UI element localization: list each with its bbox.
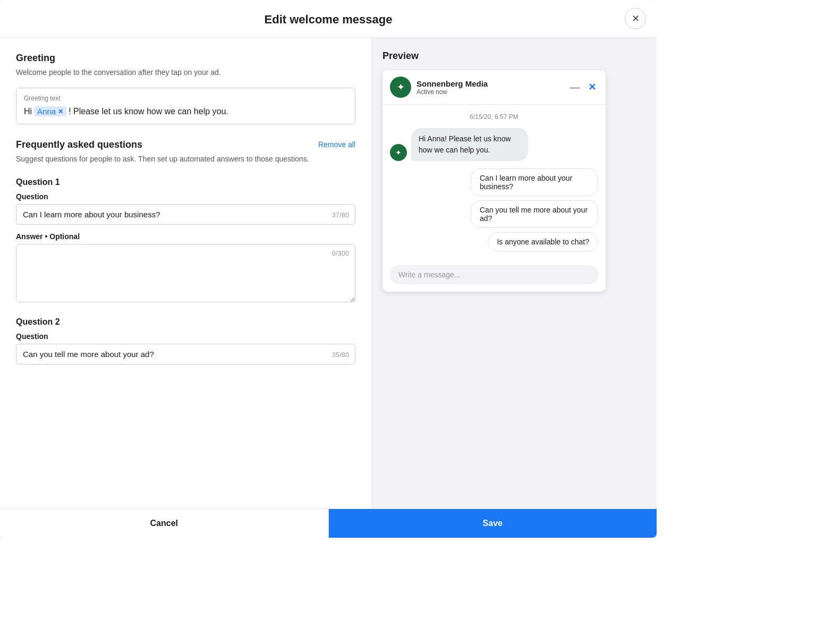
- chat-info: Sonnenberg Media Active now: [416, 79, 563, 96]
- company-avatar-icon: ✦: [397, 81, 405, 93]
- bot-message-row: ✦ Hi Anna! Please let us know how we can…: [390, 128, 598, 161]
- question-1-input-row: 37/80: [16, 204, 355, 225]
- greeting-field-label: Greeting text: [24, 95, 347, 102]
- remove-all-button[interactable]: Remove all: [318, 140, 355, 149]
- bot-avatar: ✦: [390, 144, 407, 161]
- company-name: Sonnenberg Media: [416, 79, 563, 88]
- modal-footer: Cancel Save: [0, 509, 657, 538]
- question-2-input[interactable]: [16, 344, 355, 365]
- greeting-section: Greeting Welcome people to the conversat…: [16, 53, 355, 124]
- chat-status: Active now: [416, 88, 563, 96]
- right-panel: Preview ✦ Sonnenberg Media Active now —: [372, 38, 657, 509]
- greeting-text-before: Hi: [24, 107, 32, 116]
- faq-header: Frequently asked questions Suggest quest…: [16, 139, 355, 174]
- question-2-field-label: Question: [16, 332, 355, 341]
- greeting-section-desc: Welcome people to the conversation after…: [16, 67, 355, 78]
- chat-input-placeholder[interactable]: Write a message...: [390, 265, 598, 284]
- close-icon: ✕: [632, 13, 640, 24]
- suggested-q-3[interactable]: Is anyone available to chat?: [488, 232, 598, 251]
- suggested-q-1[interactable]: Can I learn more about your business?: [471, 168, 598, 196]
- chat-timestamp: 6/15/20, 6:57 PM: [390, 113, 598, 121]
- modal-header: Edit welcome message ✕: [0, 0, 657, 38]
- modal-title: Edit welcome message: [265, 13, 393, 27]
- minimize-icon: —: [570, 82, 580, 92]
- chat-avatar: ✦: [390, 77, 411, 98]
- suggested-q-2[interactable]: Can you tell me more about your ad?: [471, 200, 598, 228]
- faq-section-desc: Suggest questions for people to ask. The…: [16, 154, 309, 165]
- chat-close-button[interactable]: ✕: [586, 80, 598, 94]
- edit-welcome-modal: Edit welcome message ✕ Greeting Welcome …: [0, 0, 657, 538]
- modal-body: Greeting Welcome people to the conversat…: [0, 38, 657, 509]
- bot-avatar-icon: ✦: [395, 148, 402, 157]
- suggested-questions: Can I learn more about your business? Ca…: [390, 168, 598, 251]
- answer-1-char-count: 0/300: [332, 249, 349, 257]
- question-2-input-row: 35/80: [16, 344, 355, 365]
- close-button[interactable]: ✕: [625, 8, 646, 29]
- chat-input-area: Write a message...: [382, 260, 606, 292]
- cancel-button[interactable]: Cancel: [0, 509, 329, 538]
- greeting-section-title: Greeting: [16, 53, 355, 64]
- greeting-text-after: ! Please let us know how we can help you…: [69, 107, 228, 116]
- faq-section: Frequently asked questions Suggest quest…: [16, 139, 355, 365]
- question-1-char-count: 37/80: [332, 210, 349, 218]
- question-2-label: Question 2: [16, 317, 355, 327]
- question-1-label: Question 1: [16, 177, 355, 187]
- question-2-char-count: 35/80: [332, 350, 349, 358]
- question-1-block: Question 1 Question 37/80 Answer • Optio…: [16, 177, 355, 304]
- answer-1-field-label: Answer • Optional: [16, 232, 355, 241]
- question-1-input[interactable]: [16, 204, 355, 225]
- tag-remove-icon[interactable]: ✕: [58, 108, 63, 115]
- greeting-text-box: Greeting text Hi Anna ✕ ! Please let us …: [16, 88, 355, 124]
- preview-title: Preview: [382, 50, 646, 62]
- answer-1-textarea-row: 0/300: [16, 244, 355, 304]
- faq-section-title: Frequently asked questions: [16, 139, 309, 150]
- question-1-field-label: Question: [16, 192, 355, 201]
- chat-body: 6/15/20, 6:57 PM ✦ Hi Anna! Please let u…: [382, 105, 606, 260]
- bot-message-bubble: Hi Anna! Please let us know how we can h…: [411, 128, 528, 161]
- question-2-block: Question 2 Question 35/80: [16, 317, 355, 365]
- save-button[interactable]: Save: [329, 509, 657, 538]
- greeting-name-tag[interactable]: Anna ✕: [34, 106, 66, 116]
- answer-1-textarea[interactable]: [16, 244, 355, 302]
- chat-close-icon: ✕: [588, 82, 596, 92]
- minimize-button[interactable]: —: [568, 81, 582, 94]
- chat-window: ✦ Sonnenberg Media Active now — ✕: [382, 70, 606, 292]
- chat-header: ✦ Sonnenberg Media Active now — ✕: [382, 70, 606, 105]
- chat-header-actions: — ✕: [568, 80, 598, 94]
- tag-text: Anna: [37, 107, 56, 116]
- greeting-content: Hi Anna ✕ ! Please let us know how we ca…: [24, 106, 347, 116]
- left-panel: Greeting Welcome people to the conversat…: [0, 38, 372, 509]
